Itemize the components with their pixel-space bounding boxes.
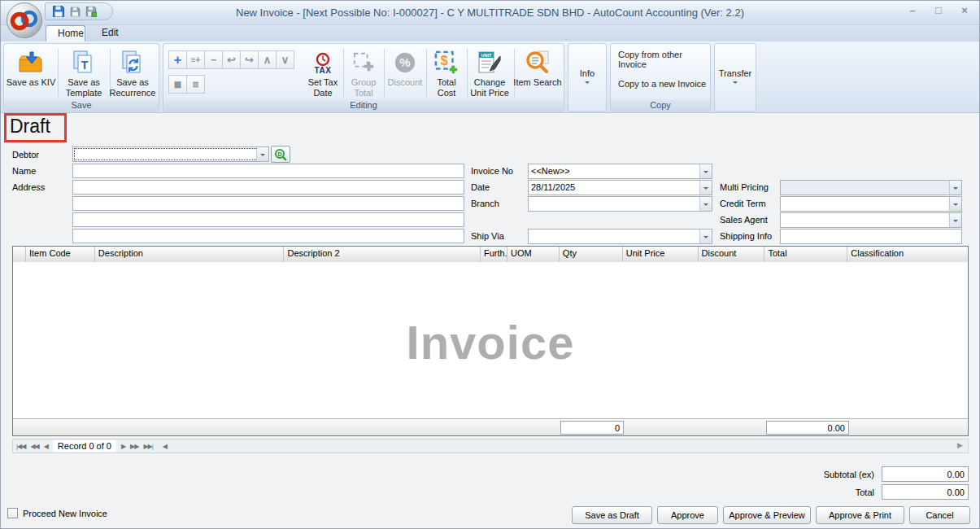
col-unit-price[interactable]: Unit Price <box>623 247 699 262</box>
nav-prev-page-icon[interactable]: ◀◀ <box>30 443 38 450</box>
item-detail-icon[interactable]: ≣ <box>186 75 205 94</box>
invoice-no-select[interactable]: <<New>> <box>528 164 712 179</box>
chevron-down-icon[interactable] <box>949 213 961 227</box>
undo-icon[interactable]: ↩ <box>222 50 241 69</box>
address-line1-input[interactable] <box>72 180 464 195</box>
date-select[interactable]: 28/11/2025 <box>528 180 712 195</box>
copy-group-label: Copy <box>611 99 710 111</box>
address-line3-input[interactable] <box>72 212 464 227</box>
set-tax-date-icon: TAX <box>315 48 332 77</box>
date-value: 28/11/2025 <box>529 181 699 195</box>
shipping-info-input[interactable] <box>780 229 962 244</box>
save-as-draft-button[interactable]: Save as Draft <box>572 506 652 524</box>
window-title: New Invoice - [Next Possible No: I-00002… <box>1 7 979 19</box>
col-total[interactable]: Total <box>764 247 847 262</box>
close-icon[interactable]: × <box>958 4 971 16</box>
name-input[interactable] <box>72 164 464 178</box>
add-multiple-rows-icon[interactable]: ≡+ <box>186 50 205 69</box>
footer-qty-total: 0 <box>560 421 624 435</box>
approve-button[interactable]: Approve <box>657 506 718 524</box>
total-label: Total <box>856 487 874 497</box>
total-cost-button[interactable]: $ Total Cost <box>427 46 466 99</box>
save-icon[interactable] <box>52 5 65 18</box>
branch-select[interactable] <box>528 196 712 212</box>
address-line4-input[interactable] <box>72 229 464 243</box>
approve-preview-button[interactable]: Approve & Preview <box>723 506 811 524</box>
debtor-search-icon: D <box>274 148 287 161</box>
redo-icon[interactable]: ↪ <box>240 50 259 69</box>
credit-term-value <box>781 197 949 211</box>
proceed-new-invoice-checkbox[interactable] <box>7 508 18 518</box>
remove-row-icon[interactable]: − <box>204 50 223 69</box>
multi-pricing-select <box>780 180 962 195</box>
copy-to-new-invoice-button[interactable]: Copy to a new Invoice <box>614 73 708 94</box>
chevron-down-icon[interactable] <box>699 164 712 178</box>
item-search-button[interactable]: Item Search <box>512 46 564 99</box>
set-tax-date-button[interactable]: TAX Set Tax Date <box>303 46 342 99</box>
chevron-down-icon[interactable] <box>699 181 712 195</box>
invoice-no-label: Invoice No <box>471 166 513 176</box>
nav-last-icon[interactable]: ▶▶| <box>143 443 152 450</box>
svg-text:D: D <box>277 151 281 156</box>
save-as-kiv-button[interactable]: Save as KIV <box>6 46 56 99</box>
nav-first-icon[interactable]: |◀◀ <box>16 443 25 450</box>
col-further-description[interactable]: Furth... <box>481 247 507 262</box>
tab-home[interactable]: Home <box>46 25 85 42</box>
row-edit-toolbar: + ≡+ − ↩ ↪ ∧ ∨ <box>169 50 294 69</box>
col-item-code[interactable]: Item Code <box>26 247 95 262</box>
sales-agent-select[interactable] <box>780 212 962 228</box>
grid-body[interactable]: Invoice <box>13 262 968 418</box>
record-navigator: |◀◀ ◀◀ ◀ Record 0 of 0 ▶ ▶▶ ▶▶| ◀ ▶ <box>12 439 969 453</box>
col-description[interactable]: Description <box>95 247 285 262</box>
save-and-new-icon[interactable] <box>85 6 97 17</box>
save-small-icon[interactable] <box>70 7 81 17</box>
save-as-template-button[interactable]: T Save as Template <box>59 46 108 99</box>
scroll-right-icon[interactable]: ▶ <box>957 441 963 449</box>
add-row-icon[interactable]: + <box>168 50 187 69</box>
ribbon-group-editing: + ≡+ − ↩ ↪ ∧ ∨ ▦ ≣ TAX <box>163 43 564 111</box>
save-as-kiv-label: Save as KIV <box>7 77 56 88</box>
transfer-button[interactable]: Transfer <box>714 43 756 111</box>
nav-edit-icon[interactable]: ◀ <box>163 443 167 450</box>
col-classification[interactable]: Classification <box>847 247 968 262</box>
grid-summary-footer: 0 0.00 <box>13 418 968 435</box>
subtotal-value: 0.00 <box>882 466 969 482</box>
chevron-down-icon[interactable] <box>949 197 961 211</box>
chevron-down-icon[interactable] <box>699 197 712 211</box>
chevron-down-icon[interactable] <box>256 147 268 161</box>
chevron-down-icon[interactable] <box>699 230 712 243</box>
nav-next-page-icon[interactable]: ▶▶ <box>130 443 138 450</box>
group-total-button: Group Total <box>344 46 383 99</box>
move-row-down-icon[interactable]: ∨ <box>276 50 294 69</box>
debtor-search-button[interactable]: D <box>271 146 290 163</box>
debtor-select[interactable] <box>72 146 269 162</box>
change-unit-price-button[interactable]: UNIT Change Unit Price <box>466 46 513 99</box>
cancel-button[interactable]: Cancel <box>909 506 970 524</box>
chevron-down-icon <box>585 81 590 86</box>
credit-term-select[interactable] <box>780 196 962 212</box>
nav-next-icon[interactable]: ▶ <box>121 443 125 450</box>
date-label: Date <box>471 182 490 192</box>
save-as-template-label: Save as Template <box>59 77 108 98</box>
copy-from-other-invoice-button[interactable]: Copy from other Invoice <box>614 49 708 70</box>
nav-prev-icon[interactable]: ◀ <box>44 443 48 450</box>
address-line2-input[interactable] <box>72 196 464 211</box>
total-cost-label: Total Cost <box>427 77 466 98</box>
maximize-icon[interactable]: □ <box>932 4 945 16</box>
minimize-icon[interactable]: – <box>906 4 919 16</box>
col-qty[interactable]: Qty <box>560 247 623 262</box>
draft-highlight-box <box>4 113 67 142</box>
col-discount[interactable]: Discount <box>699 247 765 262</box>
branch-label: Branch <box>471 199 499 208</box>
approve-print-button[interactable]: Approve & Print <box>816 506 904 524</box>
ship-via-select[interactable] <box>528 229 712 244</box>
range-select-icon[interactable]: ▦ <box>168 75 187 94</box>
info-button[interactable]: Info <box>568 43 607 111</box>
shipping-info-label: Shipping Info <box>720 231 772 241</box>
save-as-recurrence-button[interactable]: Save as Recurrence <box>107 46 159 99</box>
svg-text:$: $ <box>441 54 448 68</box>
col-uom[interactable]: UOM <box>507 247 560 262</box>
move-row-up-icon[interactable]: ∧ <box>258 50 277 69</box>
tab-edit[interactable]: Edit <box>90 25 129 42</box>
col-description-2[interactable]: Description 2 <box>284 247 481 262</box>
